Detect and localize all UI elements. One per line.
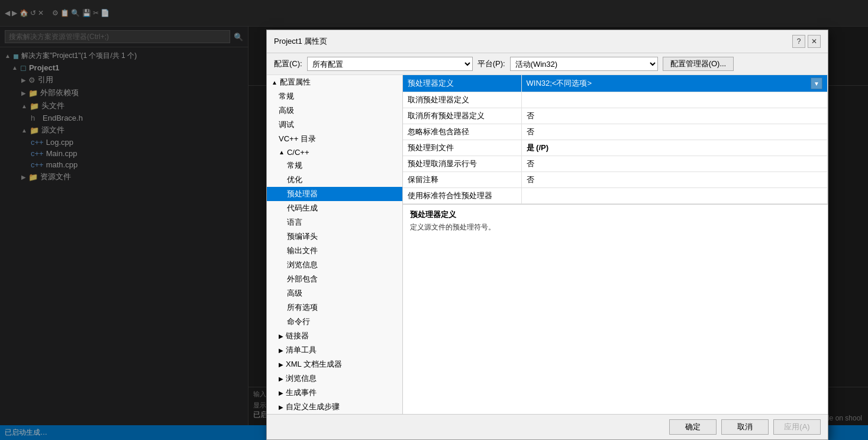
tree-all-options[interactable]: 所有选项	[267, 300, 402, 315]
prop-value-dropdown: WIN32;<不同选项> ▼	[527, 77, 823, 89]
desc-text: 定义源文件的预处理符号。	[410, 222, 821, 232]
prop-value-suppress-line: 否	[521, 156, 828, 172]
dialog-titlebar: Project1 属性页 ? ✕	[267, 30, 828, 53]
left-tree-panel: ▲ 配置属性 常规 高级 调试 VC++ 目录 ▲ C/C++ 常规	[267, 75, 403, 414]
prop-name-cancel-def: 取消预处理器定义	[403, 92, 521, 108]
tree-xml-doc[interactable]: ▶ XML 文档生成器	[267, 357, 402, 371]
tree-precomp[interactable]: 预编译头	[267, 229, 402, 244]
config-label: 配置(C):	[274, 59, 302, 69]
tree-optimization[interactable]: 优化	[267, 173, 402, 187]
prop-row-suppress-line[interactable]: 预处理取消显示行号 否	[403, 156, 828, 172]
properties-dialog: Project1 属性页 ? ✕ 配置(C): 所有配置 平台(P): 活动(W…	[266, 30, 828, 440]
prop-row-preprocessor-def[interactable]: 预处理器定义 WIN32;<不同选项> ▼	[403, 75, 828, 92]
prop-name-preprocess-file: 预处理到文件	[403, 140, 521, 156]
tree-config-properties[interactable]: ▲ 配置属性	[267, 75, 402, 89]
cpp-arrow: ▲	[279, 149, 285, 156]
help-button[interactable]: ?	[792, 35, 805, 48]
tree-language[interactable]: 语言	[267, 215, 402, 229]
prop-name-suppress-line: 预处理取消显示行号	[403, 156, 521, 172]
prop-row-conformance[interactable]: 使用标准符合性预处理器	[403, 188, 828, 204]
prop-name-keep-comments: 保留注释	[403, 172, 521, 188]
prop-value-cancel-def	[521, 92, 828, 108]
config-row: 配置(C): 所有配置 平台(P): 活动(Win32) 配置管理器(O)...	[267, 53, 828, 75]
tree-custom-build[interactable]: ▶ 自定义生成步骤	[267, 400, 402, 414]
tree-debug[interactable]: 调试	[267, 118, 402, 132]
cancel-button[interactable]: 取消	[721, 419, 769, 435]
prop-value-conformance	[521, 188, 828, 204]
prop-name-ignore-std: 忽略标准包含路径	[403, 124, 521, 140]
prop-row-cancel-all[interactable]: 取消所有预处理器定义 否	[403, 108, 828, 124]
tree-build-events[interactable]: ▶ 生成事件	[267, 386, 402, 400]
dialog-footer: 确定 取消 应用(A)	[267, 414, 828, 439]
tree-vc-dir[interactable]: VC++ 目录	[267, 132, 402, 146]
dialog-controls: ? ✕	[792, 35, 821, 48]
tree-general[interactable]: 常规	[267, 89, 402, 103]
tree-linker[interactable]: ▶ 链接器	[267, 329, 402, 343]
prop-row-cancel-def[interactable]: 取消预处理器定义	[403, 92, 828, 108]
apply-button[interactable]: 应用(A)	[773, 419, 821, 435]
prop-value-preprocessor-def[interactable]: WIN32;<不同选项> ▼	[521, 75, 828, 92]
prop-value-cancel-all: 否	[521, 108, 828, 124]
prop-name-conformance: 使用标准符合性预处理器	[403, 188, 521, 204]
tree-cpp-general[interactable]: 常规	[267, 158, 402, 173]
tree-codegen[interactable]: 代码生成	[267, 201, 402, 215]
tree-preprocessor[interactable]: 预处理器	[267, 187, 402, 201]
desc-title: 预处理器定义	[410, 209, 821, 220]
ok-button[interactable]: 确定	[669, 419, 717, 435]
tree-output-files[interactable]: 输出文件	[267, 244, 402, 258]
dialog-title: Project1 属性页	[274, 36, 327, 47]
dialog-body: ▲ 配置属性 常规 高级 调试 VC++ 目录 ▲ C/C++ 常规	[267, 75, 828, 414]
platform-label: 平台(P):	[477, 59, 505, 69]
config-manager-button[interactable]: 配置管理器(O)...	[663, 57, 734, 71]
tree-ext-include[interactable]: 外部包含	[267, 272, 402, 286]
prop-value-ignore-std: 否	[521, 124, 828, 140]
prop-value-preprocess-file: 是 (/P)	[521, 140, 828, 156]
prop-value-keep-comments: 否	[521, 172, 828, 188]
tree-browse-info2[interactable]: ▶ 浏览信息	[267, 371, 402, 386]
prop-row-ignore-std[interactable]: 忽略标准包含路径 否	[403, 124, 828, 140]
props-table: 预处理器定义 WIN32;<不同选项> ▼ 取消预处理器定义	[403, 75, 828, 204]
prop-row-keep-comments[interactable]: 保留注释 否	[403, 172, 828, 188]
prop-name-preprocessor-def: 预处理器定义	[403, 75, 521, 92]
close-button[interactable]: ✕	[808, 35, 821, 48]
tree-manifest[interactable]: ▶ 清单工具	[267, 343, 402, 357]
platform-select[interactable]: 活动(Win32)	[510, 57, 658, 71]
prop-row-preprocess-file[interactable]: 预处理到文件 是 (/P)	[403, 140, 828, 156]
tree-advanced[interactable]: 高级	[267, 103, 402, 118]
tree-cpp-advanced[interactable]: 高级	[267, 286, 402, 300]
config-select[interactable]: 所有配置	[307, 57, 473, 71]
desc-panel: 预处理器定义 定义源文件的预处理符号。	[403, 204, 828, 245]
right-props-panel: 预处理器定义 WIN32;<不同选项> ▼ 取消预处理器定义	[403, 75, 828, 414]
tree-browse-info[interactable]: 浏览信息	[267, 258, 402, 272]
dropdown-arrow[interactable]: ▼	[811, 77, 822, 89]
tree-cpp[interactable]: ▲ C/C++	[267, 146, 402, 158]
prop-name-cancel-all: 取消所有预处理器定义	[403, 108, 521, 124]
tree-cmdline[interactable]: 命令行	[267, 315, 402, 329]
config-arrow: ▲	[272, 79, 277, 86]
